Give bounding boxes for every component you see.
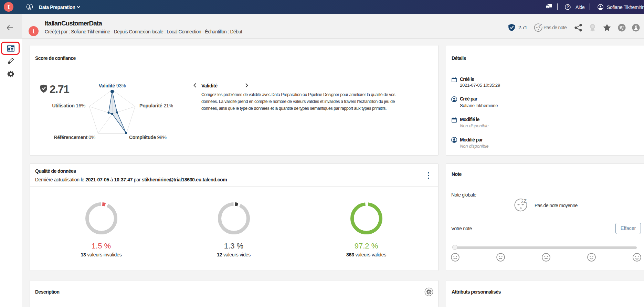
svg-text:z: z — [521, 199, 524, 204]
svg-text:?: ? — [567, 5, 569, 9]
svg-text:Z: Z — [524, 198, 527, 204]
svg-text:Z: Z — [540, 23, 542, 27]
svg-text:z: z — [538, 24, 540, 27]
